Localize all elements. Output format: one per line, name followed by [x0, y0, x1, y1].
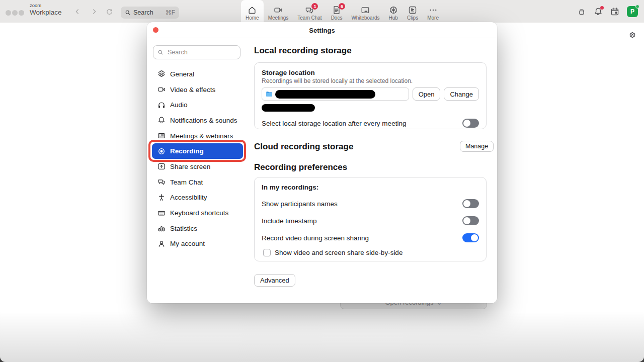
- window-minimize-button[interactable]: [12, 10, 18, 16]
- select-location-toggle[interactable]: [462, 119, 479, 128]
- tab-whiteboards[interactable]: Whiteboards: [347, 0, 384, 23]
- dialog-title: Settings: [147, 22, 497, 38]
- change-button[interactable]: Change: [444, 87, 479, 101]
- logo-workplace-text: Workplace: [30, 9, 62, 16]
- in-my-recordings-label: In my recordings:: [262, 184, 479, 191]
- storage-location-title: Storage location: [262, 69, 479, 76]
- recording-preferences-card: In my recordings: Show participants name…: [254, 177, 487, 261]
- sidebar-item-label: Video & effects: [170, 86, 215, 94]
- pref-row-include-timestamp: Include timestamp: [262, 216, 479, 225]
- gear-icon: [157, 70, 166, 78]
- tab-clips[interactable]: Clips: [403, 0, 423, 23]
- sidebar-item-video-effects[interactable]: Video & effects: [152, 82, 243, 98]
- search-icon: [157, 49, 164, 55]
- more-ellipsis-icon: [429, 6, 438, 15]
- sidebar-item-statistics[interactable]: Statistics: [152, 221, 243, 236]
- team-chat-icon: 1: [305, 6, 314, 15]
- search-label: Search: [133, 9, 163, 16]
- pref-label: Record video during screen sharing: [262, 234, 369, 242]
- global-search-input[interactable]: Search ⌘F: [121, 7, 179, 19]
- sidebar-item-notifications[interactable]: Notifications & sounds: [152, 113, 243, 128]
- pref-label: Show participants names: [262, 200, 338, 208]
- tab-label: Home: [246, 15, 259, 21]
- notification-dot: [600, 6, 604, 10]
- participants-names-toggle[interactable]: [462, 199, 479, 208]
- tab-label: Whiteboards: [351, 15, 379, 21]
- forward-icon[interactable]: [90, 7, 99, 16]
- workspaces-icon[interactable]: [577, 7, 586, 16]
- sidebar-item-label: Notifications & sounds: [170, 117, 237, 124]
- tab-team-chat[interactable]: 1 Team Chat: [293, 0, 326, 23]
- tab-label: Hub: [389, 15, 398, 21]
- settings-search-field[interactable]: [153, 45, 240, 59]
- search-shortcut: ⌘F: [166, 9, 175, 16]
- tab-label: Docs: [331, 15, 343, 21]
- sidebar-item-team-chat[interactable]: Team Chat: [152, 174, 243, 190]
- include-timestamp-toggle[interactable]: [462, 216, 479, 225]
- sidebar-item-keyboard-shortcuts[interactable]: Keyboard shortcuts: [152, 205, 243, 221]
- sidebar-item-label: Audio: [170, 101, 188, 109]
- manage-button[interactable]: Manage: [460, 141, 494, 152]
- redacted-storage-path: [275, 90, 375, 99]
- sidebar-item-label: Meetings & webinars: [170, 132, 233, 140]
- sidebar-item-recording[interactable]: Recording: [152, 143, 243, 159]
- sidebar-item-label: Share screen: [170, 163, 210, 170]
- clips-icon: [408, 6, 417, 15]
- history-icon[interactable]: [105, 7, 114, 16]
- settings-search-input[interactable]: [167, 48, 236, 56]
- side-by-side-checkbox[interactable]: [263, 249, 271, 256]
- share-screen-icon: [157, 162, 166, 170]
- settings-dialog: Settings General Video & effects: [147, 22, 497, 303]
- cloud-recording-heading: Cloud recording storage: [254, 142, 353, 152]
- sidebar-item-label: Team Chat: [170, 178, 203, 186]
- sidebar-item-my-account[interactable]: My account: [152, 236, 243, 252]
- bell-icon: [157, 116, 166, 124]
- tab-label: Clips: [407, 15, 418, 21]
- accessibility-icon: [157, 194, 166, 202]
- tab-meetings[interactable]: Meetings: [264, 0, 293, 23]
- tab-more[interactable]: More: [423, 0, 443, 23]
- title-bar: zoom Workplace Search ⌘F: [0, 0, 644, 23]
- redacted-storage-detail: [262, 104, 315, 112]
- sidebar-item-general[interactable]: General: [152, 66, 243, 82]
- tab-label: Team Chat: [297, 15, 321, 21]
- meeting-screen-icon: [157, 132, 166, 140]
- tab-docs[interactable]: 6 Docs: [327, 0, 347, 23]
- zoom-workplace-window: zoom Workplace Search ⌘F: [0, 0, 644, 362]
- notifications-bell-icon[interactable]: [594, 7, 603, 16]
- sidebar-item-accessibility[interactable]: Accessibility: [152, 190, 243, 206]
- video-camera-icon: [157, 85, 166, 94]
- select-location-label: Select local storage location after ever…: [262, 120, 406, 127]
- presence-dot: [635, 5, 639, 9]
- side-by-side-label: Show video and screen share side-by-side: [275, 249, 403, 256]
- window-close-button[interactable]: [6, 10, 11, 16]
- back-icon[interactable]: [73, 7, 82, 16]
- local-recording-heading: Local recording storage: [254, 46, 352, 56]
- avatar-initial: P: [630, 8, 634, 15]
- logo-zoom-text: zoom: [30, 3, 62, 8]
- main-nav-tabs: Home Meetings 1 Team Chat: [241, 0, 443, 23]
- pref-row-record-video-sharing: Record video during screen sharing: [262, 233, 479, 242]
- window-zoom-button[interactable]: [19, 10, 24, 16]
- settings-gear-icon[interactable]: [629, 32, 636, 39]
- storage-location-subtitle: Recordings will be stored locally at the…: [262, 77, 479, 84]
- folder-icon: [266, 90, 273, 98]
- sidebar-item-share-screen[interactable]: Share screen: [152, 159, 243, 174]
- sidebar-item-audio[interactable]: Audio: [152, 97, 243, 113]
- sidebar-item-meetings-webinars[interactable]: Meetings & webinars: [152, 128, 243, 144]
- docs-badge: 6: [339, 3, 345, 10]
- profile-avatar[interactable]: P: [627, 6, 638, 17]
- sidebar-item-label: My account: [170, 240, 205, 247]
- tab-hub[interactable]: Hub: [384, 0, 403, 23]
- record-video-sharing-toggle[interactable]: [462, 233, 479, 242]
- tab-home[interactable]: Home: [241, 0, 264, 23]
- titlebar-right-cluster: P: [577, 0, 638, 23]
- advanced-button[interactable]: Advanced: [254, 274, 295, 287]
- home-icon: [248, 6, 257, 15]
- meetings-camera-icon: [274, 6, 283, 15]
- calendar-icon[interactable]: [610, 7, 619, 16]
- chat-bubbles-icon: [157, 178, 166, 186]
- statistics-icon: [157, 224, 166, 232]
- open-button[interactable]: Open: [413, 87, 441, 101]
- pref-label: Include timestamp: [262, 217, 317, 225]
